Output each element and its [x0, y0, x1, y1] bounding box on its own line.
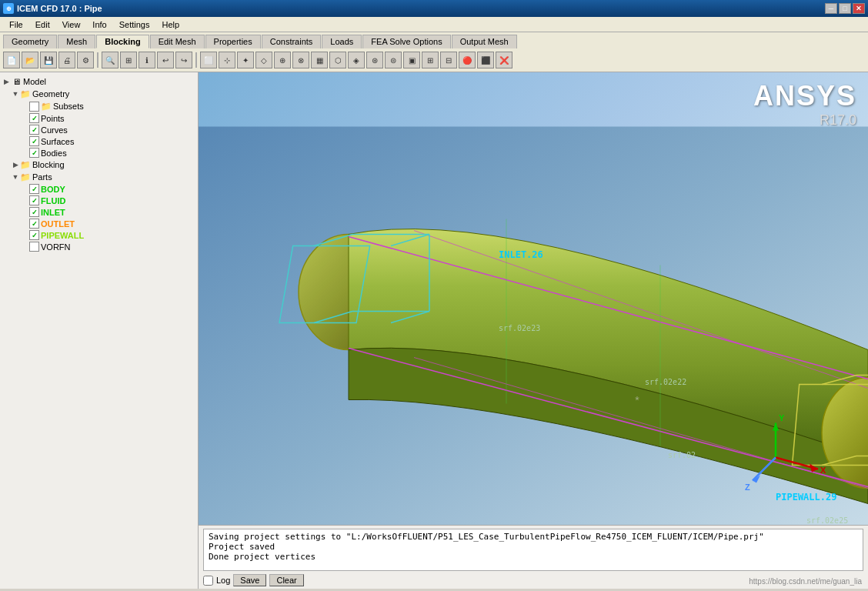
close-button[interactable]: ✕: [853, 3, 865, 14]
tree-model[interactable]: ▶ 🖥 Model: [0, 75, 198, 88]
titlebar-left: ⊕ ICEM CFD 17.0 : Pipe: [3, 3, 102, 14]
check-surfaces[interactable]: [29, 136, 39, 146]
block13-icon[interactable]: ⊞: [422, 52, 439, 68]
block16-icon[interactable]: ⬛: [477, 52, 494, 68]
tree-parts[interactable]: ▼ 📁 Parts: [0, 171, 198, 183]
minimize-button[interactable]: ─: [825, 3, 837, 14]
check-curves[interactable]: [29, 125, 39, 135]
pipewall-label: PIPEWALL: [41, 231, 84, 240]
menu-view[interactable]: View: [56, 19, 87, 30]
clear-button[interactable]: Clear: [269, 574, 303, 586]
block3-icon[interactable]: ✦: [237, 52, 254, 68]
svg-text:srf.02: srf.02: [668, 451, 696, 459]
tab-geometry[interactable]: Geometry: [3, 35, 57, 48]
expand-pipewall: [20, 232, 29, 239]
svg-text:srf.02e25: srf.02e25: [806, 516, 848, 525]
titlebar-title: ICEM CFD 17.0 : Pipe: [17, 4, 102, 13]
fit-icon[interactable]: ⊞: [120, 52, 137, 68]
zoom-icon[interactable]: 🔍: [102, 52, 119, 68]
block8-icon[interactable]: ⬡: [329, 52, 346, 68]
tree-vorfn[interactable]: VORFN: [0, 241, 198, 252]
pipe-viewport-svg: * INLET.26 PIPEWALL.29 srf.02e22 srf.02e…: [199, 72, 868, 589]
tab-blocking[interactable]: Blocking: [96, 35, 149, 48]
curves-label: Curves: [41, 125, 68, 135]
save-button[interactable]: Save: [233, 574, 266, 586]
tree-bodies[interactable]: Bodies: [0, 147, 198, 159]
check-inlet[interactable]: [29, 207, 39, 217]
print-icon[interactable]: 🖨: [58, 52, 75, 68]
tab-edit-mesh[interactable]: Edit Mesh: [150, 35, 205, 48]
menu-file[interactable]: File: [3, 19, 29, 30]
block12-icon[interactable]: ▣: [403, 52, 420, 68]
check-vorfn[interactable]: [29, 242, 39, 252]
tab-fea-solve[interactable]: FEA Solve Options: [362, 35, 450, 48]
tab-output-mesh[interactable]: Output Mesh: [452, 35, 517, 48]
app-icon: ⊕: [3, 3, 14, 14]
tree-inlet[interactable]: INLET: [0, 206, 198, 218]
expand-model[interactable]: ▶: [2, 78, 11, 85]
tab-mesh[interactable]: Mesh: [58, 35, 95, 48]
console-line-1: Saving project settings to "L:/WorksOfFL…: [209, 532, 858, 542]
menu-settings[interactable]: Settings: [113, 19, 156, 30]
toolbar-sep-1: [97, 52, 98, 68]
open-file-icon[interactable]: 📂: [22, 52, 38, 68]
check-bodies[interactable]: [29, 148, 39, 158]
tree-curves[interactable]: Curves: [0, 124, 198, 135]
check-points[interactable]: [29, 113, 39, 123]
tab-constraints[interactable]: Constraints: [262, 35, 322, 48]
tree-points[interactable]: Points: [0, 112, 198, 124]
tree-pipewall[interactable]: PIPEWALL: [0, 229, 198, 241]
block4-icon[interactable]: ◇: [255, 52, 272, 68]
block6-icon[interactable]: ⊗: [292, 52, 309, 68]
block9-icon[interactable]: ◈: [348, 52, 365, 68]
tree-blocking[interactable]: ▶ 📁 Blocking: [0, 159, 198, 171]
expand-blocking[interactable]: ▶: [11, 161, 20, 169]
info-icon[interactable]: ℹ: [139, 52, 155, 68]
tab-loads[interactable]: Loads: [322, 35, 362, 48]
model-icon: 🖥: [11, 76, 22, 87]
tree-outlet[interactable]: OUTLET: [0, 218, 198, 229]
expand-vorfn: [20, 243, 29, 251]
toolbar-area: Geometry Mesh Blocking Edit Mesh Propert…: [0, 32, 868, 72]
log-checkbox[interactable]: [203, 576, 213, 586]
check-fluid[interactable]: [29, 195, 39, 205]
block14-icon[interactable]: ⊟: [440, 52, 457, 68]
menu-info[interactable]: Info: [86, 19, 112, 30]
new-file-icon[interactable]: 📄: [3, 52, 20, 68]
geometry-label: Geometry: [32, 89, 69, 98]
block5-icon[interactable]: ⊕: [274, 52, 291, 68]
subsets-icon: 📁: [41, 101, 52, 112]
check-body[interactable]: [29, 184, 39, 194]
block15-icon[interactable]: 🔴: [459, 52, 476, 68]
expand-geometry[interactable]: ▼: [11, 90, 20, 98]
tree-subsets[interactable]: 📁 Subsets: [0, 100, 198, 112]
menu-help[interactable]: Help: [155, 19, 185, 30]
tree-body[interactable]: BODY: [0, 183, 198, 195]
block1-icon[interactable]: ⬜: [200, 52, 217, 68]
titlebar-controls[interactable]: ─ □ ✕: [825, 3, 865, 14]
block17-icon[interactable]: ❌: [496, 52, 512, 68]
parts-folder-icon: 📁: [20, 172, 31, 182]
viewport[interactable]: ANSYS R17.0: [199, 72, 868, 589]
expand-bodies: [20, 149, 29, 157]
check-subsets[interactable]: [29, 102, 39, 112]
tree-surfaces[interactable]: Surfaces: [0, 135, 198, 147]
undo-icon[interactable]: ↩: [157, 52, 174, 68]
menu-edit[interactable]: Edit: [29, 19, 56, 30]
block10-icon[interactable]: ⊛: [366, 52, 383, 68]
check-pipewall[interactable]: [29, 230, 39, 240]
expand-parts[interactable]: ▼: [11, 173, 20, 181]
redo-icon[interactable]: ↪: [175, 52, 192, 68]
settings-icon[interactable]: ⚙: [77, 52, 94, 68]
tree-fluid[interactable]: FLUID: [0, 195, 198, 206]
check-outlet[interactable]: [29, 219, 39, 229]
tab-properties[interactable]: Properties: [205, 35, 261, 48]
inlet-label: INLET: [41, 208, 65, 217]
maximize-button[interactable]: □: [839, 3, 851, 14]
tree-geometry[interactable]: ▼ 📁 Geometry: [0, 88, 198, 100]
points-label: Points: [41, 114, 65, 123]
block11-icon[interactable]: ⊜: [385, 52, 402, 68]
block7-icon[interactable]: ▦: [311, 52, 328, 68]
block2-icon[interactable]: ⊹: [219, 52, 235, 68]
save-icon[interactable]: 💾: [40, 52, 57, 68]
